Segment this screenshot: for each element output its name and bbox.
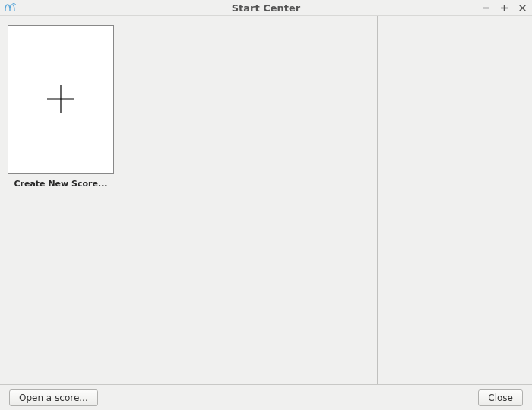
footer: Open a score... Close xyxy=(0,384,532,410)
maximize-icon[interactable] xyxy=(499,2,509,13)
close-button[interactable]: Close xyxy=(478,389,523,406)
titlebar: Start Center xyxy=(0,0,532,16)
window-title: Start Center xyxy=(0,2,532,14)
minimize-icon[interactable] xyxy=(480,2,491,13)
window-body: Create New Score... xyxy=(0,16,532,384)
create-new-score-label: Create New Score... xyxy=(14,179,107,189)
preview-pane xyxy=(377,16,532,384)
window-controls xyxy=(480,0,527,15)
plus-icon xyxy=(46,84,76,116)
scores-pane: Create New Score... xyxy=(0,16,377,384)
create-new-score-thumb xyxy=(8,25,114,174)
close-icon[interactable] xyxy=(517,2,527,13)
musescore-app-icon xyxy=(5,2,17,13)
open-score-button[interactable]: Open a score... xyxy=(9,389,98,406)
create-new-score-tile[interactable]: Create New Score... xyxy=(8,25,114,189)
